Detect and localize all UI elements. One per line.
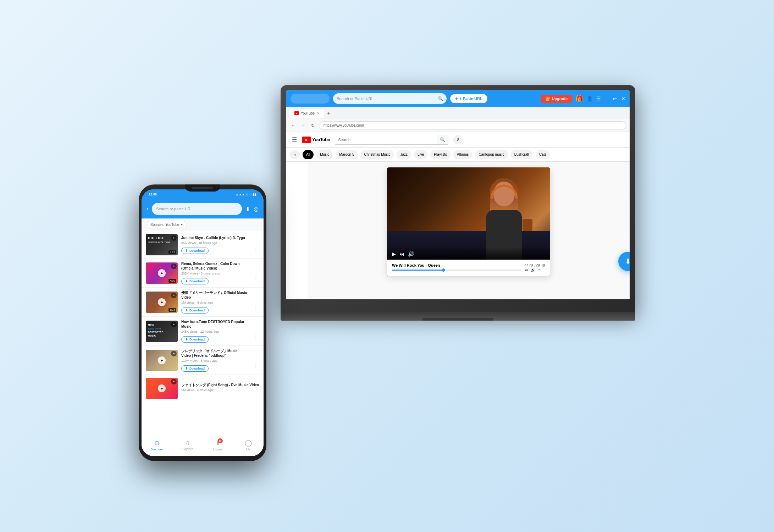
- more-button-4[interactable]: ⋮: [251, 333, 259, 340]
- more-button-2[interactable]: ⋮: [251, 275, 259, 282]
- vol-icon[interactable]: 🔊: [531, 268, 536, 272]
- maximize-icon[interactable]: ▭: [613, 96, 618, 101]
- video-title-4: How Auto-Tune DESTROYED Popular Music: [181, 320, 247, 329]
- playlists-label: Playlists: [181, 447, 193, 451]
- nav-discover[interactable]: ⊙ Discover: [146, 439, 167, 451]
- download-arrow-icon: ⬇: [185, 249, 188, 253]
- time-total: 05:15: [536, 264, 545, 268]
- download-button-4[interactable]: ⬇ Download: [181, 336, 209, 343]
- close-icon[interactable]: ✕: [621, 96, 625, 101]
- menu-icon[interactable]: ☰: [596, 96, 601, 101]
- list-item: How AutoTune DESTROYED MUSIC + How Auto-…: [142, 317, 264, 346]
- nav-playlists[interactable]: ♫ Playlists: [177, 439, 198, 451]
- home-chip[interactable]: ⌂: [290, 150, 300, 159]
- chip-bushcraft[interactable]: Bushcraft: [511, 150, 533, 159]
- account-icon[interactable]: 👤: [587, 96, 593, 101]
- me-label: Me: [246, 448, 251, 451]
- chip-jazz[interactable]: Jazz: [397, 150, 411, 159]
- laptop: Search or Paste URL 🔍 + Paste URL 👑 Upgr…: [281, 85, 635, 326]
- video-meta-6: 5M views · 6 days ago: [181, 388, 259, 392]
- download-button-5[interactable]: ⬇ Download: [181, 365, 209, 372]
- minimize-icon[interactable]: —: [604, 96, 609, 101]
- fab-download-button[interactable]: ⬇: [618, 252, 630, 271]
- phone-header-icons: ⬇ ◎: [245, 206, 259, 212]
- add-button-1[interactable]: +: [171, 235, 177, 241]
- phone-back-button[interactable]: ‹: [146, 206, 148, 212]
- signal-icon: ▲▲▲: [236, 193, 245, 196]
- nav-me[interactable]: ◯ Me: [238, 439, 259, 451]
- address-bar[interactable]: https://www.youtube.com/: [319, 121, 626, 130]
- video-thumbnail-5: ▶ +: [146, 350, 178, 371]
- download-label-2: Download: [189, 279, 205, 283]
- phone-discover-icon[interactable]: ◎: [254, 206, 259, 212]
- download-arrow-icon: ⬇: [185, 338, 188, 341]
- chip-all[interactable]: All: [303, 150, 314, 159]
- video-thumbnail[interactable]: ▶ ⏭ 🔊: [387, 167, 550, 260]
- yt-mic-button[interactable]: 🎙: [453, 135, 463, 144]
- app-search-bar[interactable]: Search or Paste URL 🔍: [333, 93, 447, 104]
- upgrade-button[interactable]: 👑 Upgrade: [541, 95, 572, 103]
- thumb-play-2: ▶: [158, 269, 166, 277]
- chip-albums[interactable]: Albums: [453, 150, 472, 159]
- yt-favicon: [294, 111, 299, 115]
- paste-url-button[interactable]: + Paste URL: [450, 94, 487, 103]
- yt-search-input[interactable]: [335, 138, 437, 142]
- play-button[interactable]: ▶: [392, 251, 396, 257]
- chip-live[interactable]: Live: [414, 150, 427, 159]
- cup: [523, 219, 532, 231]
- yt-search-button[interactable]: 🔍: [437, 135, 448, 145]
- download-button-1[interactable]: ⬇ Download: [181, 248, 209, 254]
- chip-maroon5[interactable]: Maroon 5: [336, 150, 358, 159]
- chip-cats[interactable]: Cats: [536, 150, 550, 159]
- yt-search-bar[interactable]: 🔍: [335, 135, 448, 145]
- sources-dropdown[interactable]: Sources: YouTube: [146, 221, 187, 228]
- speaker-strip: [192, 187, 213, 189]
- nav-library[interactable]: ⬇ 15 Library: [207, 439, 228, 451]
- skip-button[interactable]: ⏭: [399, 251, 404, 257]
- gift-icon[interactable]: 🎁: [575, 95, 583, 102]
- forward-button[interactable]: →: [300, 122, 307, 129]
- add-button-6[interactable]: +: [171, 379, 177, 384]
- more-button-3[interactable]: ⋮: [251, 304, 259, 311]
- phone-search-placeholder: Search or paste URL: [156, 207, 238, 211]
- download-button-2[interactable]: ⬇ Download: [181, 278, 209, 284]
- shuffle-icon[interactable]: ⇌: [525, 268, 528, 272]
- more-button-5[interactable]: ⋮: [251, 362, 259, 369]
- chip-music[interactable]: Music: [316, 150, 333, 159]
- video-title: We Will Rock You - Queen: [392, 263, 521, 267]
- add-button-2[interactable]: +: [171, 264, 177, 269]
- tab-close-icon[interactable]: ✕: [317, 111, 320, 115]
- add-button-3[interactable]: +: [171, 293, 177, 298]
- video-thumbnail-4: How AutoTune DESTROYED MUSIC +: [146, 321, 178, 342]
- chip-cantopop[interactable]: Cantopop music: [475, 150, 508, 159]
- yt-header: ☰ YouTube 🔍 🎙: [286, 132, 630, 148]
- phone-search-bar[interactable]: Search or paste URL: [152, 203, 242, 215]
- add-button-5[interactable]: +: [171, 351, 177, 356]
- download-label-4: Download: [189, 338, 205, 341]
- download-button-3[interactable]: ⬇ Download: [181, 307, 209, 314]
- video-thumbnail-1: COLLIDE JUSTINE SKYE, TYGA 4:21 +: [146, 234, 178, 255]
- back-button[interactable]: ←: [290, 122, 297, 129]
- thumb-duration-3: 5:14: [168, 308, 176, 312]
- thumb-play-3: ▶: [158, 298, 166, 306]
- video-info-5: フレデリック「オドループ」Music Video | Frederic "odd…: [181, 349, 247, 372]
- video-title-6: ファイトソング (Fight Song) - Eve Music Video: [181, 383, 259, 387]
- volume-button[interactable]: 🔊: [408, 251, 414, 257]
- browser-tab-bar: YouTube ✕ +: [286, 107, 630, 119]
- youtube-tab[interactable]: YouTube ✕: [290, 108, 324, 118]
- more-button-1[interactable]: ⋮: [251, 246, 259, 253]
- add-button-4[interactable]: +: [171, 322, 177, 327]
- progress-bar[interactable]: [392, 270, 521, 271]
- yt-menu-icon[interactable]: ☰: [292, 136, 297, 143]
- chip-playlists[interactable]: Playlists: [430, 150, 450, 159]
- address-bar-row: ← → ↻ https://www.youtube.com/: [286, 119, 630, 132]
- download-arrow-icon: ⬇: [185, 367, 188, 370]
- queue-icon[interactable]: ≡: [538, 268, 541, 272]
- video-title-5: フレデリック「オドループ」Music Video | Frederic "odd…: [181, 349, 247, 358]
- phone-download-icon[interactable]: ⬇: [245, 206, 250, 212]
- add-tab-button[interactable]: +: [324, 110, 333, 116]
- phone-outer: 12:00 ▲▲▲ ((·)) ▮▮ ‹ Search or paste URL…: [139, 184, 266, 461]
- upgrade-label: Upgrade: [552, 96, 568, 101]
- refresh-button[interactable]: ↻: [310, 122, 316, 129]
- chip-christmas[interactable]: Christmas Music: [361, 150, 394, 159]
